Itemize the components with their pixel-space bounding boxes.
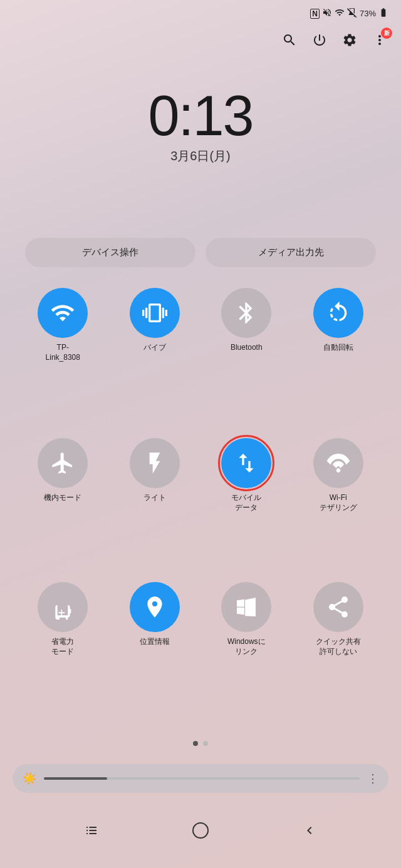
wifi-label: TP-Link_8308 [46,343,80,362]
auto-rotate-toggle[interactable]: 自動回転 [294,288,383,362]
clock-section: 0:13 3月6日(月) [0,88,401,165]
windows-link-toggle-circle[interactable] [221,582,271,632]
bluetooth-label: Bluetooth [231,343,263,353]
action-bar: 新 [281,31,388,49]
battery-saver-toggle-circle[interactable] [38,582,88,632]
brightness-fill [44,777,107,780]
wifi-tethering-toggle-circle[interactable] [313,438,363,488]
brightness-bar[interactable]: ☀️ ⋮ [13,764,388,793]
location-toggle-circle[interactable] [130,582,180,632]
brightness-icon: ☀️ [23,772,36,785]
mobile-data-label: モバイルデータ [231,493,261,513]
auto-rotate-label: 自動回転 [323,343,353,353]
status-bar: N 73% [0,0,401,19]
wifi-tethering-toggle[interactable]: Wi-Fiテザリング [294,438,383,513]
home-button[interactable] [179,815,222,849]
page-dot-2[interactable] [203,741,208,746]
battery-saver-label: 省電力モード [51,637,74,656]
brightness-more-icon[interactable]: ⋮ [367,772,378,785]
location-toggle[interactable]: 位置情報 [111,582,199,656]
auto-rotate-toggle-circle[interactable] [313,288,363,338]
vibrate-toggle-circle[interactable] [130,288,180,338]
quick-share-label: クイック共有許可しない [316,637,361,656]
battery-saver-toggle[interactable]: 省電力モード [19,582,107,656]
settings-button[interactable] [341,31,358,49]
bluetooth-toggle[interactable]: Bluetooth [202,288,291,362]
power-button[interactable] [311,31,328,49]
device-control-button[interactable]: デバイス操作 [25,238,195,267]
windows-link-toggle[interactable]: Windowsにリンク [202,582,291,656]
media-output-button[interactable]: メディア出力先 [206,238,376,267]
toggle-grid-row3: 省電力モード 位置情報 Windowsにリンク クイック共有許可しない [19,582,382,656]
bottom-nav [0,815,401,849]
battery-icon [378,8,388,19]
more-button[interactable]: 新 [371,31,388,49]
svg-point-0 [193,823,208,838]
toggle-grid-row1: TP-Link_8308 バイブ Bluetooth 自動回転 [19,288,382,362]
signal-icon [347,8,357,19]
airplane-label: 機内モード [44,493,81,503]
search-button[interactable] [281,31,298,49]
wifi-toggle-circle[interactable] [38,288,88,338]
nfc-icon: N [310,9,320,19]
quick-share-toggle-circle[interactable] [313,582,363,632]
page-dot-1[interactable] [193,741,198,746]
page-dots [0,741,401,746]
wifi-tethering-label: Wi-Fiテザリング [320,493,357,513]
toggle-grid-row2: 機内モード ライト モバイルデータ Wi-Fiテザリング [19,438,382,513]
quick-action-row: デバイス操作 メディア出力先 [25,238,376,267]
wifi-toggle[interactable]: TP-Link_8308 [19,288,107,362]
new-badge: 新 [381,28,392,39]
flashlight-toggle-circle[interactable] [130,438,180,488]
clock-time: 0:13 [0,88,401,144]
brightness-track[interactable] [44,777,360,780]
mute-icon [322,8,332,19]
recent-apps-button[interactable] [71,817,112,848]
flashlight-label: ライト [143,493,166,503]
airplane-toggle-circle[interactable] [38,438,88,488]
mobile-data-toggle-circle[interactable] [221,438,271,488]
wifi-icon [335,8,345,19]
quick-share-toggle[interactable]: クイック共有許可しない [294,582,383,656]
location-label: 位置情報 [140,637,170,647]
bluetooth-toggle-circle[interactable] [221,288,271,338]
airplane-toggle[interactable]: 機内モード [19,438,107,513]
back-button[interactable] [289,817,330,848]
vibrate-label: バイブ [143,343,166,353]
flashlight-toggle[interactable]: ライト [111,438,199,513]
status-icons: N 73% [310,8,388,19]
vibrate-toggle[interactable]: バイブ [111,288,199,362]
windows-link-label: Windowsにリンク [227,637,266,656]
mobile-data-toggle[interactable]: モバイルデータ [202,438,291,513]
clock-date: 3月6日(月) [0,148,401,165]
battery-text: 73% [360,9,376,18]
